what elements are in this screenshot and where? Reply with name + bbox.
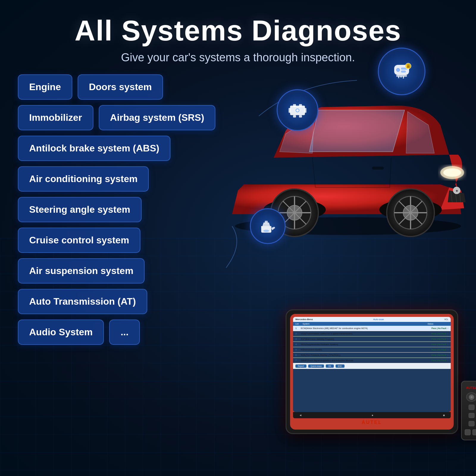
engine-badge bbox=[277, 89, 318, 131]
row-status: Pass | No Fault bbox=[431, 327, 446, 329]
row-status: Pass | No Fault bbox=[431, 338, 446, 340]
svg-point-43 bbox=[396, 68, 400, 72]
row-name: SRS(Supplemental Restraint System) bbox=[301, 343, 431, 346]
tablet-device: Mercedes-Benz Auto-scan VCL List System … bbox=[286, 309, 458, 452]
quick-erase-button[interactable]: Quick erase bbox=[308, 364, 324, 368]
systems-panel: Engine Doors system Immobilizer Airbag s… bbox=[18, 74, 215, 345]
systems-row-9: Audio System ... bbox=[18, 320, 215, 345]
svg-rect-34 bbox=[289, 108, 291, 113]
row-arrow[interactable]: › bbox=[447, 327, 448, 330]
remote-btn-3 bbox=[469, 421, 475, 426]
screen-vcl-label: VCL bbox=[444, 318, 448, 320]
screen-table-body: 1 ECM(Motor Electronics (ME) MED40° for … bbox=[293, 326, 451, 363]
remote-btn-row bbox=[465, 429, 476, 435]
screen-table-header: List System Status bbox=[293, 322, 451, 326]
tablet-nav-bar: ◄ ● ■ bbox=[293, 412, 451, 418]
row-status: Pass | No Fault bbox=[431, 343, 446, 345]
key-badge bbox=[378, 48, 425, 95]
row-status: Pass | No Fault bbox=[431, 354, 446, 356]
report-button[interactable]: Report bbox=[295, 364, 306, 368]
systems-row-8: Auto Transmission (AT) bbox=[18, 289, 215, 314]
system-pill-cruise: Cruise control system bbox=[18, 228, 140, 253]
row-arrow[interactable]: › bbox=[447, 338, 448, 340]
tablet-outer-frame: Mercedes-Benz Auto-scan VCL List System … bbox=[286, 309, 458, 434]
row-arrow[interactable]: › bbox=[447, 332, 448, 335]
screen-table-row: 1 ECM(Motor Electronics (ME) MED40° for … bbox=[293, 326, 451, 331]
systems-row-7: Air suspension system bbox=[18, 258, 215, 284]
row-name: VGS(Transmission control for 9-speed tra… bbox=[301, 332, 431, 335]
tablet-screen: Mercedes-Benz Auto-scan VCL List System … bbox=[293, 317, 451, 412]
row-arrow[interactable]: › bbox=[447, 343, 448, 346]
systems-row-4: Air conditioning system bbox=[18, 166, 215, 192]
svg-rect-37 bbox=[299, 104, 302, 107]
row-name: RDK(Tire Pressure Monitor (TPM/RDK)) bbox=[301, 354, 431, 356]
remote-btn-4 bbox=[465, 429, 471, 435]
systems-row-1: Engine Doors system bbox=[18, 74, 215, 100]
remote-btn-5 bbox=[472, 429, 476, 435]
row-status: Pass | No Fault bbox=[431, 359, 446, 361]
svg-rect-53 bbox=[265, 221, 268, 223]
row-name: ESP(Electronic Stability Program) bbox=[301, 338, 431, 340]
row-name: SAMF(Front Signal Acquisition and Actuat… bbox=[301, 359, 431, 362]
screen-toolbar-label: Auto-scan bbox=[373, 318, 384, 321]
row-arrow[interactable]: › bbox=[447, 348, 448, 351]
screen-header-bar: Mercedes-Benz Auto-scan VCL bbox=[293, 317, 451, 322]
row-name: KI(Instrument cluster) bbox=[301, 348, 431, 351]
screen-table-row: 3 ESP(Electronic Stability Program) Pass… bbox=[293, 336, 451, 342]
svg-rect-39 bbox=[299, 115, 302, 118]
row-num: 2 bbox=[295, 332, 301, 335]
screen-brand-label: Mercedes-Benz bbox=[295, 318, 313, 321]
svg-rect-35 bbox=[304, 108, 306, 113]
row-status: Pass | No Fault bbox=[431, 349, 446, 351]
screen-table-row: 5 KI(Instrument cluster) Pass | No Fault… bbox=[293, 347, 451, 353]
key-icon bbox=[390, 60, 414, 83]
screen-table-row: 2 VGS(Transmission control for 9-speed t… bbox=[293, 331, 451, 336]
systems-row-5: Steering angle system bbox=[18, 197, 215, 222]
row-status: Pass | No Fault bbox=[431, 333, 446, 335]
system-pill-doors: Doors system bbox=[78, 74, 163, 100]
ok-button[interactable]: OK bbox=[326, 364, 333, 368]
remote-main-button bbox=[466, 392, 476, 402]
row-num: 7 bbox=[295, 359, 301, 362]
svg-text:★: ★ bbox=[455, 189, 458, 192]
screen-table-row: 7 SAMF(Front Signal Acquisition and Actu… bbox=[293, 358, 451, 363]
svg-point-2 bbox=[443, 168, 461, 177]
oil-icon bbox=[259, 217, 277, 235]
system-pill-engine: Engine bbox=[18, 74, 72, 100]
row-num: 3 bbox=[295, 338, 301, 340]
systems-row-2: Immobilizer Airbag system (SRS) bbox=[18, 105, 215, 130]
svg-point-55 bbox=[470, 396, 473, 398]
screen-footer: Report Quick erase OK ESC bbox=[293, 363, 451, 369]
svg-rect-49 bbox=[403, 76, 404, 79]
esc-button[interactable]: ESC bbox=[336, 364, 345, 368]
tablet-red-frame: Mercedes-Benz Auto-scan VCL List System … bbox=[290, 314, 454, 430]
row-arrow[interactable]: › bbox=[447, 359, 448, 362]
autel-brand-label: AUTEL bbox=[293, 418, 451, 427]
row-arrow[interactable]: › bbox=[447, 354, 448, 356]
system-pill-airbag: Airbag system (SRS) bbox=[99, 105, 216, 130]
engine-icon bbox=[287, 100, 308, 120]
page-content: All Systems Diagnoses Give your car's sy… bbox=[0, 0, 476, 476]
system-pill-transmission: Auto Transmission (AT) bbox=[18, 289, 147, 314]
system-pill-more: ... bbox=[109, 320, 140, 345]
row-name: ECM(Motor Electronics (ME) MED40° for co… bbox=[301, 327, 431, 330]
screen-table-row: 4 SRS(Supplemental Restraint System) Pas… bbox=[293, 342, 451, 347]
system-pill-ac: Air conditioning system bbox=[18, 166, 149, 192]
remote-btn-2 bbox=[469, 413, 475, 418]
row-num: 6 bbox=[295, 354, 301, 356]
system-pill-immobilizer: Immobilizer bbox=[18, 105, 93, 130]
system-pill-audio: Audio System bbox=[18, 320, 104, 345]
systems-row-6: Cruise control system bbox=[18, 228, 215, 253]
remote-btn-1 bbox=[469, 405, 475, 410]
row-num: 4 bbox=[295, 343, 301, 346]
svg-point-52 bbox=[263, 230, 269, 232]
svg-rect-45 bbox=[401, 71, 406, 73]
svg-rect-27 bbox=[372, 167, 384, 170]
remote-brand: AUTEL bbox=[466, 386, 476, 389]
svg-rect-51 bbox=[407, 66, 409, 68]
svg-rect-38 bbox=[293, 115, 296, 118]
svg-rect-47 bbox=[398, 76, 399, 78]
screen-table-row: 6 RDK(Tire Pressure Monitor (TPM/RDK)) P… bbox=[293, 353, 451, 358]
oil-badge bbox=[250, 208, 286, 244]
remote-device: AUTEL bbox=[461, 381, 476, 440]
